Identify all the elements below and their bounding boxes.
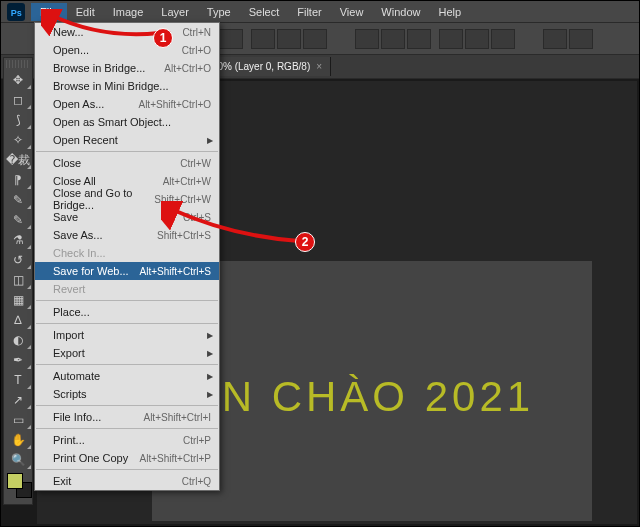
menu-item-label: Close: [53, 157, 81, 169]
menu-item-print[interactable]: Print...Ctrl+P: [35, 431, 219, 449]
toolbox: ✥◻⟆✧�裁⁋✎✎⚗↺◫▦∆◐✒T↗▭✋🔍: [3, 57, 33, 505]
arrange-btn[interactable]: [543, 29, 567, 49]
tool-pen[interactable]: ✒: [4, 350, 32, 370]
menu-item-new[interactable]: New...Ctrl+N: [35, 23, 219, 41]
submenu-arrow-icon: ▶: [207, 331, 213, 340]
align-btn[interactable]: [219, 29, 243, 49]
menu-type[interactable]: Type: [198, 3, 240, 21]
menu-file[interactable]: File: [31, 3, 67, 21]
menu-item-label: Close All: [53, 175, 96, 187]
distribute-group-2: [439, 29, 515, 49]
align-btn[interactable]: [251, 29, 275, 49]
menu-filter[interactable]: Filter: [288, 3, 330, 21]
menu-view[interactable]: View: [331, 3, 373, 21]
menu-item-label: Check In...: [53, 247, 106, 259]
dist-btn[interactable]: [355, 29, 379, 49]
tool-stamp[interactable]: ⚗: [4, 230, 32, 250]
menu-item-browse-in-mini-bridge[interactable]: Browse in Mini Bridge...: [35, 77, 219, 95]
file-menu-dropdown: New...Ctrl+NOpen...Ctrl+OBrowse in Bridg…: [34, 22, 220, 491]
tool-blur[interactable]: ∆: [4, 310, 32, 330]
menu-item-label: Print...: [53, 434, 85, 446]
menu-image[interactable]: Image: [104, 3, 153, 21]
align-btn[interactable]: [277, 29, 301, 49]
menu-item-close[interactable]: CloseCtrl+W: [35, 154, 219, 172]
align-btn[interactable]: [303, 29, 327, 49]
menu-help[interactable]: Help: [429, 3, 470, 21]
submenu-arrow-icon: ▶: [207, 136, 213, 145]
svg-text:Ps: Ps: [11, 7, 22, 17]
tool-rect[interactable]: ▭: [4, 410, 32, 430]
menu-item-save[interactable]: SaveCtrl+S: [35, 208, 219, 226]
dist-btn[interactable]: [465, 29, 489, 49]
menu-item-scripts[interactable]: Scripts▶: [35, 385, 219, 403]
tool-eyedropper[interactable]: ⁋: [4, 170, 32, 190]
menu-shortcut: Shift+Ctrl+W: [154, 194, 211, 205]
tool-dodge[interactable]: ◐: [4, 330, 32, 350]
menu-item-label: Place...: [53, 306, 90, 318]
menu-item-label: Open As...: [53, 98, 104, 110]
align-group-2: [251, 29, 327, 49]
tool-type[interactable]: T: [4, 370, 32, 390]
menu-item-label: File Info...: [53, 411, 101, 423]
tool-zoom[interactable]: 🔍: [4, 450, 32, 470]
tool-move[interactable]: ✥: [4, 70, 32, 90]
foreground-color-swatch[interactable]: [7, 473, 23, 489]
menu-item-label: Automate: [53, 370, 100, 382]
tool-wand[interactable]: ✧: [4, 130, 32, 150]
menu-item-check-in: Check In...: [35, 244, 219, 262]
menu-shortcut: Alt+Ctrl+O: [164, 63, 211, 74]
tool-heal[interactable]: ✎: [4, 190, 32, 210]
tool-brush[interactable]: ✎: [4, 210, 32, 230]
menu-shortcut: Ctrl+P: [183, 435, 211, 446]
toolbox-grip[interactable]: [6, 60, 30, 68]
tool-gradient[interactable]: ▦: [4, 290, 32, 310]
menu-shortcut: Alt+Shift+Ctrl+I: [143, 412, 211, 423]
canvas-text-layer[interactable]: XIN CHÀO 2021: [174, 373, 534, 421]
menu-item-file-info[interactable]: File Info...Alt+Shift+Ctrl+I: [35, 408, 219, 426]
menu-item-label: Scripts: [53, 388, 87, 400]
menu-item-print-one-copy[interactable]: Print One CopyAlt+Shift+Ctrl+P: [35, 449, 219, 467]
menu-shortcut: Ctrl+O: [182, 45, 211, 56]
color-swatches[interactable]: [4, 470, 32, 504]
arrange-btn[interactable]: [569, 29, 593, 49]
tool-path[interactable]: ↗: [4, 390, 32, 410]
menu-separator: [36, 428, 218, 429]
menu-item-browse-in-bridge[interactable]: Browse in Bridge...Alt+Ctrl+O: [35, 59, 219, 77]
dist-btn[interactable]: [491, 29, 515, 49]
menu-item-open-recent[interactable]: Open Recent▶: [35, 131, 219, 149]
close-icon[interactable]: ×: [316, 61, 322, 72]
menu-item-place[interactable]: Place...: [35, 303, 219, 321]
menu-item-import[interactable]: Import▶: [35, 326, 219, 344]
menu-item-label: Import: [53, 329, 84, 341]
dist-btn[interactable]: [439, 29, 463, 49]
menu-item-exit[interactable]: ExitCtrl+Q: [35, 472, 219, 490]
menu-select[interactable]: Select: [240, 3, 289, 21]
menu-shortcut: Alt+Shift+Ctrl+P: [140, 453, 211, 464]
menu-item-save-for-web[interactable]: Save for Web...Alt+Shift+Ctrl+S: [35, 262, 219, 280]
menu-item-label: Open Recent: [53, 134, 118, 146]
menu-separator: [36, 364, 218, 365]
menu-item-label: Browse in Mini Bridge...: [53, 80, 169, 92]
menu-item-open-as[interactable]: Open As...Alt+Shift+Ctrl+O: [35, 95, 219, 113]
menu-item-export[interactable]: Export▶: [35, 344, 219, 362]
menu-item-automate[interactable]: Automate▶: [35, 367, 219, 385]
tool-hand[interactable]: ✋: [4, 430, 32, 450]
menu-window[interactable]: Window: [372, 3, 429, 21]
tool-eraser[interactable]: ◫: [4, 270, 32, 290]
menu-item-open-as-smart-object[interactable]: Open as Smart Object...: [35, 113, 219, 131]
tool-lasso[interactable]: ⟆: [4, 110, 32, 130]
tool-crop[interactable]: �裁: [4, 150, 32, 170]
dist-btn[interactable]: [381, 29, 405, 49]
menu-item-save-as[interactable]: Save As...Shift+Ctrl+S: [35, 226, 219, 244]
menu-separator: [36, 405, 218, 406]
menu-item-label: Exit: [53, 475, 71, 487]
menu-item-close-and-go-to-bridge[interactable]: Close and Go to Bridge...Shift+Ctrl+W: [35, 190, 219, 208]
menu-item-label: Save: [53, 211, 78, 223]
menu-item-open[interactable]: Open...Ctrl+O: [35, 41, 219, 59]
tool-marquee[interactable]: ◻: [4, 90, 32, 110]
menu-item-label: Print One Copy: [53, 452, 128, 464]
tool-history[interactable]: ↺: [4, 250, 32, 270]
dist-btn[interactable]: [407, 29, 431, 49]
menu-layer[interactable]: Layer: [152, 3, 198, 21]
menu-edit[interactable]: Edit: [67, 3, 104, 21]
